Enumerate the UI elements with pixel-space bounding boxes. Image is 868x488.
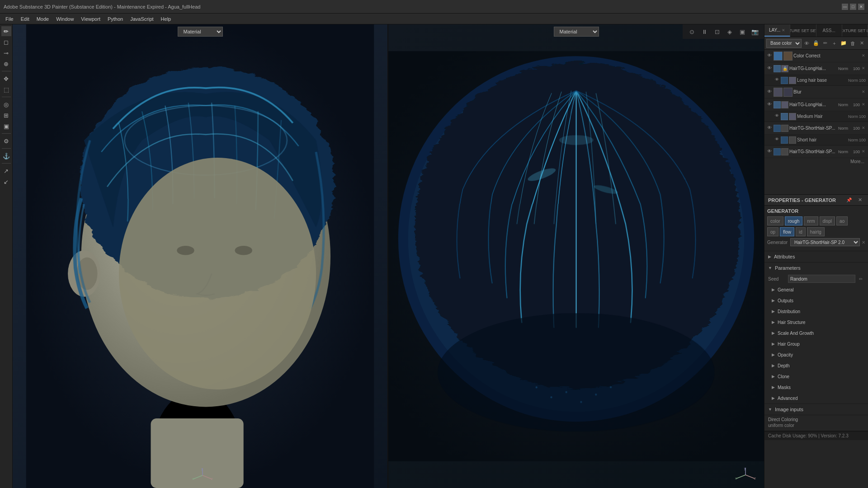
section-hair-group-header[interactable]: ▶ Hair Group (764, 338, 868, 349)
tab-layers-close[interactable]: ✕ (782, 28, 785, 33)
edit-btn[interactable]: ✏ (821, 39, 829, 48)
tab-assets[interactable]: ASS... (816, 24, 842, 37)
material-tool[interactable]: ◎ (1, 99, 11, 109)
menu-javascript[interactable]: JavaScript (127, 14, 157, 24)
channel-ao[interactable]: ao (836, 216, 848, 225)
generator-value-dropdown[interactable]: HairTG-ShortHair-SP 2.0 (790, 238, 860, 246)
channel-dropdown[interactable]: Base color (766, 39, 802, 48)
section-masks-header[interactable]: ▶ Masks (764, 382, 868, 393)
channel-flow[interactable]: flow (780, 227, 794, 236)
tab-texture-set-list[interactable]: TEXTURE SET L... (842, 24, 868, 37)
menu-file[interactable]: File (2, 14, 17, 24)
channel-id[interactable]: id (796, 227, 806, 236)
screenshot-btn[interactable]: 📷 (750, 26, 760, 37)
layer-close-color-correct[interactable]: ✕ (861, 53, 866, 59)
maximize-btn[interactable]: □ (850, 4, 856, 10)
channel-op[interactable]: op (767, 227, 778, 236)
projection-tool[interactable]: ⊞ (1, 110, 11, 120)
close-layer-btn[interactable]: ✕ (858, 39, 866, 48)
folder-btn[interactable]: 📁 (840, 39, 848, 48)
channel-displ[interactable]: displ (820, 216, 835, 225)
viewport-settings-btn[interactable]: ⊙ (686, 26, 697, 37)
channel-nrm[interactable]: nrm (804, 216, 818, 225)
layer-hairtg-short-2[interactable]: 👁 HairTG-ShortHair-SP... Norm 100 ✕ (764, 145, 868, 158)
move-tool[interactable]: ✥ (1, 74, 11, 84)
section-hair-structure-header[interactable]: ▶ Hair Structure (764, 317, 868, 328)
layer-long-hair-base[interactable]: 👁 Long hair base Norm 100 (764, 75, 868, 86)
layer-close-hairtg-short-2[interactable]: ✕ (861, 149, 866, 155)
right-material-dropdown[interactable]: Material (554, 27, 599, 37)
menu-mode[interactable]: Mode (33, 14, 53, 24)
section-parameters-header[interactable]: ▼ Parameters (764, 263, 868, 273)
menu-help[interactable]: Help (157, 14, 175, 24)
layer-close-hairtg-long-2[interactable]: ✕ (861, 102, 866, 108)
layer-close-hairtg-short-1[interactable]: ✕ (861, 126, 866, 131)
layer-close-blur[interactable]: ✕ (861, 89, 866, 95)
clone-tool[interactable]: ⊕ (1, 59, 11, 69)
layer-eye-short-hair[interactable]: 👁 (774, 137, 780, 143)
param-seed-input[interactable] (788, 275, 855, 283)
section-image-inputs-header[interactable]: ▼ Image inputs (764, 404, 868, 415)
generator-close-btn[interactable]: ✕ (862, 240, 865, 245)
add-btn[interactable]: + (830, 39, 838, 48)
menu-python[interactable]: Python (104, 14, 127, 24)
channel-rough[interactable]: rough (785, 216, 803, 225)
layer-medium-hair[interactable]: 👁 Medium Hair Norm 100 (764, 111, 868, 122)
layer-eye-hairtg-long-1[interactable]: 👁 (766, 66, 773, 72)
section-advanced-header[interactable]: ▶ Advanced (764, 393, 868, 404)
layer-short-hair[interactable]: 👁 Short hair Norm 100 (764, 135, 868, 145)
brush-tool[interactable]: ✏ (1, 26, 11, 36)
prop-pin-btn[interactable]: 📌 (844, 196, 854, 205)
layer-eye-color-correct[interactable]: 👁 (766, 53, 773, 59)
layer-hairtg-long-2[interactable]: 👁 HairTG-LongHai... Norm 100 ✕ (764, 99, 868, 111)
channel-hairtg[interactable]: hairtg (807, 227, 825, 236)
prop-close-btn[interactable]: ✕ (855, 196, 864, 205)
delete-btn[interactable]: 🗑 (849, 39, 857, 48)
eraser-tool[interactable]: ◻ (1, 37, 11, 47)
view-mode-btn[interactable]: ⊡ (712, 26, 722, 37)
bake-tool[interactable]: ⚙ (1, 136, 11, 146)
section-attributes-header[interactable]: ▶ Attributes (764, 251, 868, 262)
smudge-tool[interactable]: ⊸ (1, 48, 11, 58)
import-tool[interactable]: ↙ (1, 177, 11, 187)
menu-viewport[interactable]: Viewport (77, 14, 104, 24)
lock-btn[interactable]: 🔒 (811, 39, 820, 48)
menu-window[interactable]: Window (52, 14, 77, 24)
anchor-tool[interactable]: ⚓ (1, 151, 11, 161)
select-tool[interactable]: ⬚ (1, 84, 11, 94)
close-btn[interactable]: ✕ (858, 4, 864, 10)
left-material-dropdown[interactable]: Material (178, 27, 223, 37)
minimize-btn[interactable]: — (842, 4, 848, 10)
capture-btn[interactable]: ▣ (737, 26, 748, 37)
menu-edit[interactable]: Edit (17, 14, 33, 24)
tab-texture-set-settings[interactable]: TEXTURE SET SETTI... (790, 24, 816, 37)
layer-close-hairtg-long-1[interactable]: ✕ (861, 66, 866, 71)
channel-color[interactable]: color (767, 216, 783, 225)
layer-eye-blur[interactable]: 👁 (766, 89, 773, 95)
section-clone-header[interactable]: ▶ Clone (764, 371, 868, 382)
section-scale-growth-header[interactable]: ▶ Scale And Growth (764, 328, 868, 338)
layer-eye-medium-hair[interactable]: 👁 (774, 113, 780, 120)
section-general-header[interactable]: ▶ General (764, 284, 868, 295)
section-opacity-header[interactable]: ▶ Opacity (764, 349, 868, 360)
fill-tool[interactable]: ▣ (1, 121, 11, 131)
visibility-btn[interactable]: 👁 (802, 39, 811, 48)
param-seed-edit-btn[interactable]: ✏ (857, 275, 864, 282)
window-controls[interactable]: — □ ✕ (842, 4, 864, 10)
section-distribution-header[interactable]: ▶ Distribution (764, 306, 868, 317)
pause-btn[interactable]: ⏸ (699, 26, 710, 37)
more-layers-btn[interactable]: More... (764, 158, 868, 165)
layer-blur[interactable]: 👁 Blur ✕ (764, 86, 868, 99)
export-tool[interactable]: ↗ (1, 166, 11, 176)
section-depth-header[interactable]: ▶ Depth (764, 360, 868, 371)
layer-eye-hairtg-short-1[interactable]: 👁 (766, 125, 773, 131)
viewport-left[interactable]: Material (13, 24, 388, 488)
tab-layers[interactable]: LAY... ✕ (764, 24, 790, 37)
layer-hairtg-long-1[interactable]: 👁 🔒 HairTG-LongHai... Norm 100 ✕ (764, 62, 868, 75)
layer-eye-hairtg-long-2[interactable]: 👁 (766, 102, 773, 108)
layer-hairtg-short-1[interactable]: 👁 HairTG-ShortHair-SP... Norm 100 ✕ (764, 122, 868, 135)
viewport-mode-btn[interactable]: ◈ (724, 26, 735, 37)
layer-eye-hairtg-short-2[interactable]: 👁 (766, 149, 773, 155)
layer-color-correct[interactable]: 👁 Color Correct ✕ (764, 50, 868, 62)
section-outputs-header[interactable]: ▶ Outputs (764, 295, 868, 306)
